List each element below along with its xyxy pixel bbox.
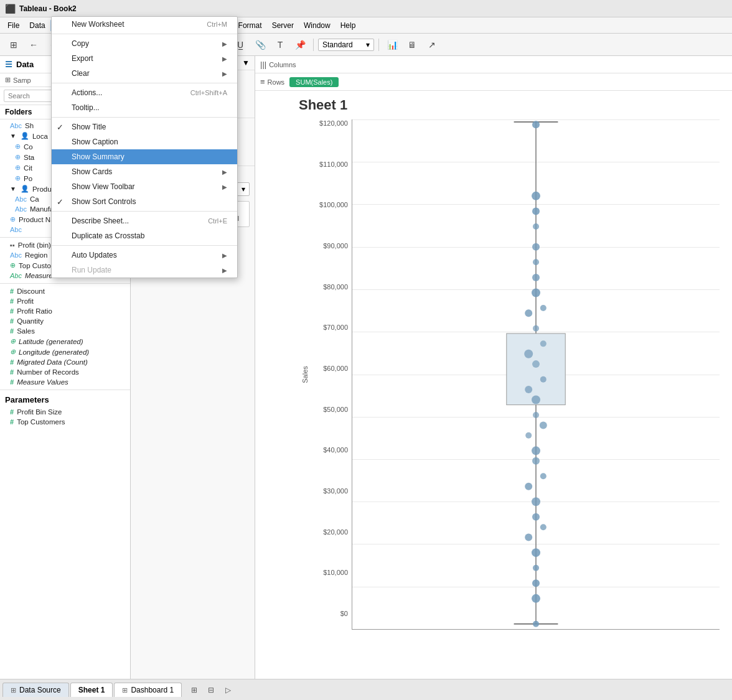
toolbar-back-btn[interactable]: ← (25, 37, 42, 53)
menu-server[interactable]: Server (267, 20, 299, 31)
expand-icon: ▼ (10, 185, 16, 192)
menu-show-cards[interactable]: Show Cards ▶ (52, 164, 237, 179)
svg-rect-3 (507, 334, 565, 405)
menu-help[interactable]: Help (336, 20, 361, 31)
dropdown-sep4 (52, 211, 237, 212)
check-mark-title: ✓ (57, 123, 63, 132)
abc-icon: Abc (10, 272, 22, 279)
svg-point-13 (525, 309, 532, 317)
menu-auto-updates[interactable]: Auto Updates ▶ (52, 248, 237, 263)
menu-window[interactable]: Window (299, 20, 336, 31)
hash-icon: # (10, 307, 14, 315)
svg-point-5 (532, 192, 540, 200)
field-sales[interactable]: # Sales (0, 326, 130, 336)
menu-data[interactable]: Data (24, 20, 50, 31)
check-mark-sort: ✓ (57, 197, 63, 207)
menu-new-worksheet[interactable]: New Worksheet Ctrl+M (52, 17, 237, 32)
rows-pill[interactable]: SUM(Sales) (289, 77, 339, 87)
menu-show-sort-controls[interactable]: ✓ Show Sort Controls (52, 194, 237, 209)
y-label-70k: $70,000 (323, 324, 348, 331)
y-label-50k: $50,000 (323, 406, 348, 413)
sheet1-label: Sheet 1 (78, 686, 105, 694)
hierarchy-icon: 👤 (21, 132, 29, 140)
abc-icon: Abc (15, 205, 27, 213)
rows-label: ≡ Rows (260, 77, 284, 86)
menu-duplicate-crosstab[interactable]: Duplicate as Crosstab (52, 228, 237, 243)
tab-dashboard1[interactable]: ⊞ Dashboard 1 (114, 683, 182, 697)
menu-show-summary[interactable]: Show Summary (52, 149, 237, 164)
field-longitude[interactable]: ⊕ Longitude (generated) (0, 347, 130, 357)
menu-export[interactable]: Export ▶ (52, 51, 237, 66)
new-sheet-btn[interactable]: ⊞ (187, 683, 202, 698)
svg-point-15 (540, 340, 547, 347)
menu-show-view-toolbar[interactable]: Show View Toolbar ▶ (52, 179, 237, 194)
y-label-110k: $110,000 (319, 161, 348, 168)
y-label-80k: $80,000 (323, 283, 348, 291)
field-numrecords[interactable]: # Number of Records (0, 367, 130, 377)
geo-icon: ⊕ (15, 164, 21, 172)
toolbar-pin-btn[interactable]: 📌 (291, 37, 309, 53)
field-discount[interactable]: # Discount (0, 286, 130, 296)
toolbar-chart-btn[interactable]: 📊 (383, 37, 401, 53)
field-migrateddata[interactable]: # Migrated Data (Count) (0, 357, 130, 367)
field-latitude[interactable]: ⊕ Latitude (generated) (0, 336, 130, 347)
tab-data-source[interactable]: ⊞ Data Source (2, 683, 69, 697)
field-topcustomersparam[interactable]: # Top Customers (0, 417, 130, 427)
svg-point-33 (533, 565, 539, 571)
menu-format[interactable]: Format (233, 20, 267, 31)
field-profitratio[interactable]: # Profit Ratio (0, 306, 130, 316)
menu-copy[interactable]: Copy ▶ (52, 36, 237, 51)
chart-svg (352, 119, 720, 629)
svg-point-7 (533, 223, 539, 230)
svg-point-25 (532, 457, 540, 465)
field-profitbinsize[interactable]: # Profit Bin Size (0, 407, 130, 417)
field-quantity[interactable]: # Quantity (0, 316, 130, 326)
menu-file[interactable]: File (2, 20, 24, 31)
new-dashboard-btn[interactable]: ⊟ (204, 683, 218, 698)
title-bar: ⬛ Tableau - Book2 (0, 0, 732, 17)
y-axis-label-container: Sales (299, 119, 311, 630)
rows-shelf: ≡ Rows SUM(Sales) (255, 73, 732, 91)
toolbar-text-btn[interactable]: T (271, 37, 289, 53)
parameters-title: Parameters (0, 393, 130, 407)
menu-actions[interactable]: Actions... Ctrl+Shift+A (52, 85, 237, 100)
y-label-20k: $20,000 (323, 528, 348, 536)
toolbar-grid-btn[interactable]: ⊞ (5, 37, 22, 53)
dropdown-sep3 (52, 117, 237, 118)
marks-type-arrow: ▾ (242, 185, 245, 194)
chart-canvas: Sheet 1 Sales $120,000 $110,000 $100,000… (255, 91, 732, 679)
abc-icon: Abc (15, 195, 27, 203)
menu-show-caption[interactable]: Show Caption (52, 134, 237, 149)
toolbar-clip-btn[interactable]: 📎 (251, 37, 269, 53)
chart-plot (352, 119, 720, 630)
new-story-btn[interactable]: ▷ (220, 683, 235, 698)
svg-point-11 (532, 288, 540, 297)
app-title: Tableau - Book2 (19, 4, 77, 13)
y-label-120k: $120,000 (319, 119, 348, 127)
hash-icon: # (10, 368, 14, 376)
main-layout: ☰ Data ⊞ Samp Folders Abc Sh ▼ 👤 Loca ⊕ … (0, 56, 732, 679)
expand-icon: ▼ (10, 133, 16, 139)
field-measurevalues[interactable]: # Measure Values (0, 377, 130, 387)
hash-icon: # (10, 358, 14, 366)
svg-point-6 (532, 207, 540, 215)
svg-point-34 (532, 579, 540, 587)
datasource-tab-icon: ⊞ (11, 686, 16, 694)
svg-point-18 (540, 376, 547, 383)
shelf-down-arrow[interactable]: ▼ (242, 58, 250, 67)
toolbar-standard-dropdown[interactable]: Standard ▾ (318, 39, 374, 51)
menu-tooltip[interactable]: Tooltip... (52, 100, 237, 115)
tab-sheet1[interactable]: Sheet 1 (70, 683, 113, 697)
field-profit[interactable]: # Profit (0, 296, 130, 306)
calc-geo-icon: ⊕ (10, 337, 16, 345)
svg-point-4 (532, 121, 540, 128)
svg-point-19 (525, 386, 532, 393)
toolbar-present-btn[interactable]: 🖥 (403, 37, 421, 53)
menu-show-title[interactable]: ✓ Show Title (52, 119, 237, 134)
bottom-bar: ⊞ Data Source Sheet 1 ⊞ Dashboard 1 ⊞ ⊟ … (0, 679, 732, 700)
menu-clear[interactable]: Clear ▶ (52, 66, 237, 81)
menu-describe-sheet[interactable]: Describe Sheet... Ctrl+E (52, 213, 237, 228)
toolbar-share-btn[interactable]: ↗ (423, 37, 441, 53)
datasource-name[interactable]: Samp (13, 77, 31, 84)
bin-icon: ▪▪ (10, 241, 15, 249)
